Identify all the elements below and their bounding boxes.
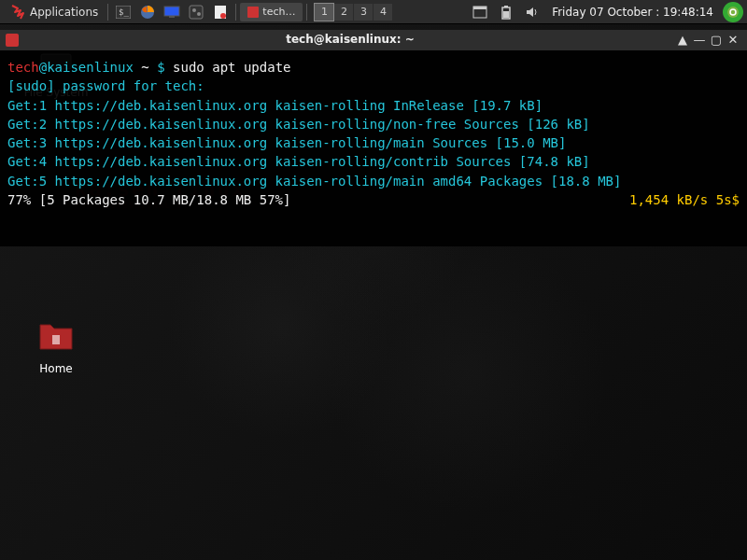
workspace-2[interactable]: 2	[334, 4, 353, 21]
applications-label: Applications	[30, 6, 98, 19]
svg-rect-4	[169, 16, 175, 18]
terminal-app-icon	[6, 34, 19, 47]
terminal-window: tech@kaisenlinux: ~ ▲ — ▢ ✕ tech@kaisenl…	[0, 30, 747, 246]
apt-output-line: Get:2 https://deb.kaisenlinux.org kaisen…	[7, 115, 740, 133]
svg-rect-13	[504, 6, 508, 7]
top-panel: Applications $_ tech… 1 2 3 4 Fri	[0, 0, 747, 24]
sudo-prompt: [sudo] password for tech:	[7, 77, 740, 95]
prompt-symbol: $	[157, 60, 164, 75]
apt-output-line: Get:4 https://deb.kaisenlinux.org kaisen…	[7, 152, 740, 171]
window-maximize-button[interactable]: ▢	[708, 32, 725, 49]
svg-rect-11	[473, 7, 486, 9]
window-rollup-button[interactable]: ▲	[674, 32, 691, 49]
prompt-at: @	[39, 60, 47, 75]
taskbar-label: tech…	[262, 6, 295, 18]
window-minimize-button[interactable]: —	[691, 32, 708, 49]
folder-icon	[34, 314, 78, 358]
apt-output-line: Get:5 https://deb.kaisenlinux.org kaisen…	[7, 172, 740, 190]
window-titlebar[interactable]: tech@kaisenlinux: ~ ▲ — ▢ ✕	[0, 30, 747, 50]
separator	[235, 4, 236, 21]
terminal-content[interactable]: tech@kaisenlinux ~ $ sudo apt update[sud…	[0, 50, 747, 246]
prompt-user: tech	[7, 60, 39, 75]
desktop-icon-home[interactable]: Home	[19, 314, 93, 375]
show-desktop-icon[interactable]	[470, 2, 490, 22]
progress-right: 1,454 kB/s 5s$	[629, 190, 740, 209]
window-close-button[interactable]: ✕	[725, 32, 741, 49]
display-launcher[interactable]	[161, 2, 183, 22]
notes-launcher[interactable]	[209, 2, 232, 22]
icon-label: Home	[19, 362, 93, 375]
workspace-3[interactable]: 3	[354, 4, 373, 21]
svg-rect-14	[503, 11, 509, 18]
svg-text:$_: $_	[119, 7, 129, 17]
svg-rect-19	[52, 335, 60, 344]
tools-launcher[interactable]	[185, 2, 207, 22]
apt-progress-line: 77% [5 Packages 10.7 MB/18.8 MB 57%]1,45…	[7, 190, 740, 209]
clock[interactable]: Friday 07 October : 19:48:14	[548, 6, 717, 19]
svg-rect-5	[190, 6, 203, 19]
workspace-switcher: 1 2 3 4	[315, 4, 392, 21]
prompt-host: kaisenlinux	[47, 60, 134, 75]
firefox-launcher[interactable]	[136, 2, 159, 22]
svg-point-15	[727, 7, 739, 18]
applications-menu[interactable]: Applications	[4, 0, 104, 23]
window-title: tech@kaisenlinux: ~	[26, 32, 674, 48]
distro-logo-icon	[9, 4, 26, 21]
prompt-line: tech@kaisenlinux ~ $ sudo apt update	[7, 58, 740, 77]
apt-output-line: Get:3 https://deb.kaisenlinux.org kaisen…	[7, 133, 740, 152]
svg-point-9	[220, 13, 226, 19]
workspace-1[interactable]: 1	[315, 4, 333, 21]
taskbar-terminal-window[interactable]: tech…	[240, 3, 303, 21]
svg-point-6	[192, 8, 196, 12]
separator	[107, 4, 108, 21]
progress-left: 77% [5 Packages 10.7 MB/18.8 MB 57%]	[7, 190, 290, 209]
typed-command: sudo apt update	[173, 60, 290, 75]
session-menu-icon[interactable]	[723, 2, 743, 22]
workspace-4[interactable]: 4	[374, 4, 392, 21]
system-tray: Friday 07 October : 19:48:14	[470, 2, 743, 22]
svg-point-7	[197, 12, 201, 16]
prompt-path: ~	[141, 60, 148, 75]
volume-icon[interactable]	[522, 2, 543, 22]
separator	[306, 4, 307, 21]
terminal-launcher[interactable]: $_	[112, 2, 134, 22]
apt-output-line: Get:1 https://deb.kaisenlinux.org kaisen…	[7, 96, 740, 115]
terminal-icon	[247, 7, 259, 18]
svg-rect-3	[164, 7, 179, 16]
battery-icon[interactable]	[496, 2, 516, 22]
